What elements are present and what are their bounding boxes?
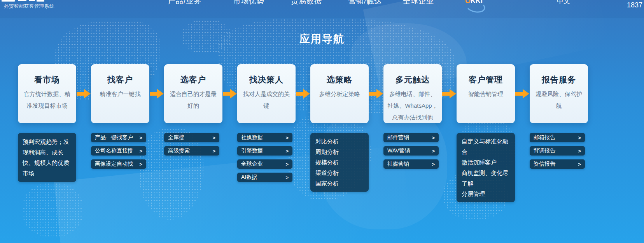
auto-find-by-profile-button[interactable]: 画像设定自动找> xyxy=(91,159,146,169)
market-insight-note: 预判宏观趋势；发现利润高、成长快、规模大的优质市场 xyxy=(18,133,76,182)
chevron-right-icon: > xyxy=(139,135,142,141)
flow-arrow-icon xyxy=(515,89,529,98)
step-desc: 精准客户一键找 xyxy=(91,88,149,100)
list-item: 激活沉睡客户 xyxy=(462,157,510,168)
logo-wordmark-clipped xyxy=(29,0,35,1)
chevron-right-icon: > xyxy=(578,135,581,141)
button-label: 全库搜 xyxy=(168,134,184,141)
button-label: 资信报告 xyxy=(534,161,555,168)
chevron-right-icon: > xyxy=(212,135,215,141)
step-find-decision-maker: 找决策人 找对人是成交的关键 社媒数据> 引擎数据> 全球企业> AI数据> xyxy=(237,64,296,202)
analysis-types-list: 对比分析 周期分析 规模分析 渠道分析 国家分析 xyxy=(310,133,369,192)
step-card: 报告服务 规避风险、保驾护航 xyxy=(530,64,588,123)
step-card: 看市场 官方统计数据、精准发现目标市场 xyxy=(18,64,76,123)
chevron-right-icon: > xyxy=(139,161,142,167)
application-flow: 看市场 官方统计数据、精准发现目标市场 预判宏观趋势；发现利润高、成长快、规模大… xyxy=(18,64,588,202)
global-companies-button[interactable]: 全球企业> xyxy=(237,159,292,169)
step-select-customers: 选客户 适合自己的才是最好的 全库搜> 高级搜索> xyxy=(164,64,222,202)
step-card: 找客户 精准客户一键找 xyxy=(91,64,149,123)
chevron-right-icon: > xyxy=(578,148,581,154)
step-title: 找客户 xyxy=(91,64,149,85)
step-report-service: 报告服务 规避风险、保驾护航 邮箱报告> 背调报告> 资信报告> xyxy=(530,64,588,202)
step-card: 多元触达 多维电话、邮件、社媒、WhatsApp，总有办法找到他 xyxy=(383,64,442,123)
list-item: 周期分析 xyxy=(315,147,364,157)
button-label: 引擎数据 xyxy=(241,147,263,154)
step-customer-management: 客户管理 智能营销管理 自定义与标准化融合 激活沉睡客户 商机监测、变化尽了解 … xyxy=(457,64,515,202)
find-by-product-button[interactable]: 产品一键找客户> xyxy=(91,133,146,142)
step-desc: 官方统计数据、精准发现目标市场 xyxy=(18,88,76,112)
button-label: 社媒营销 xyxy=(387,161,409,168)
credit-report-button[interactable]: 资信报告> xyxy=(530,159,585,169)
list-item: 规模分析 xyxy=(315,157,364,168)
nav-item-trade-data[interactable]: 贸易数据 xyxy=(291,0,322,6)
step-card: 找决策人 找对人是成交的关键 xyxy=(237,64,296,123)
advanced-search-button[interactable]: 高级搜索> xyxy=(164,146,219,156)
top-navigation-bar: 外贸智能获客管理系统 产品/业务 市场优势 贸易数据 营销/触达 全球企业 OK… xyxy=(0,0,644,18)
ai-data-button[interactable]: AI数据> xyxy=(237,173,292,182)
button-label: 背调报告 xyxy=(534,147,555,154)
button-label: AI数据 xyxy=(241,174,257,181)
chevron-right-icon: > xyxy=(432,135,435,141)
button-label: 公司名称直接搜 xyxy=(95,147,133,154)
page: 外贸智能获客管理系统 产品/业务 市场优势 贸易数据 营销/触达 全球企业 OK… xyxy=(0,0,644,243)
list-item: 对比分析 xyxy=(315,136,364,147)
step-desc: 规避风险、保驾护航 xyxy=(530,88,588,112)
flow-arrow-icon xyxy=(77,89,91,98)
step-see-market: 看市场 官方统计数据、精准发现目标市场 预判宏观趋势；发现利润高、成长快、规模大… xyxy=(18,64,76,202)
social-media-marketing-button[interactable]: 社媒营销> xyxy=(383,159,439,169)
step-desc: 多维分析定策略 xyxy=(310,88,369,100)
flow-arrow-icon xyxy=(150,89,164,98)
nav-item-marketing[interactable]: 营销/触达 xyxy=(348,0,382,6)
search-by-company-name-button[interactable]: 公司名称直接搜> xyxy=(91,146,146,156)
button-label: 画像设定自动找 xyxy=(95,161,133,168)
brand-tagline: 外贸智能获客管理系统 xyxy=(4,3,54,10)
logo-wordmark-clipped xyxy=(37,0,44,2)
full-database-search-button[interactable]: 全库搜> xyxy=(164,133,219,142)
chevron-right-icon: > xyxy=(578,161,581,167)
mailbox-report-button[interactable]: 邮箱报告> xyxy=(530,133,585,142)
button-label: 邮箱报告 xyxy=(534,134,555,141)
crm-features-list: 自定义与标准化融合 激活沉睡客户 商机监测、变化尽了解 分层管理 xyxy=(457,133,515,202)
chevron-right-icon: > xyxy=(285,175,289,180)
button-label: 高级搜索 xyxy=(168,147,190,154)
chevron-right-icon: > xyxy=(432,148,435,154)
list-item: 分层管理 xyxy=(462,189,510,199)
button-label: 邮件营销 xyxy=(387,134,409,141)
chevron-right-icon: > xyxy=(139,148,142,154)
email-marketing-button[interactable]: 邮件营销> xyxy=(383,133,439,142)
step-title: 找决策人 xyxy=(237,64,296,85)
nav-item-global-companies[interactable]: 全球企业 xyxy=(403,0,434,6)
flow-arrow-icon xyxy=(296,89,310,98)
step-title: 选客户 xyxy=(164,64,222,85)
step-choose-strategy: 选策略 多维分析定策略 对比分析 周期分析 规模分析 渠道分析 国家分析 xyxy=(310,64,369,202)
button-label: 产品一键找客户 xyxy=(95,134,133,141)
step-title: 看市场 xyxy=(18,64,76,85)
step-title: 选策略 xyxy=(310,64,369,85)
chevron-right-icon: > xyxy=(285,161,289,167)
list-item: 自定义与标准化融合 xyxy=(462,136,510,157)
step-title: 客户管理 xyxy=(457,64,515,85)
search-engine-data-button[interactable]: 引擎数据> xyxy=(237,146,292,156)
page-title: 应用导航 xyxy=(0,32,644,46)
nav-item-advantage[interactable]: 市场优势 xyxy=(233,0,264,6)
flow-arrow-icon xyxy=(369,89,383,98)
step-card: 选客户 适合自己的才是最好的 xyxy=(164,64,222,123)
phone-number: 1837 xyxy=(627,1,642,9)
step-multi-channel-reach: 多元触达 多维电话、邮件、社媒、WhatsApp，总有办法找到他 邮件营销> W… xyxy=(383,64,442,202)
social-media-data-button[interactable]: 社媒数据> xyxy=(237,133,292,142)
list-item: 国家分析 xyxy=(315,178,364,189)
chevron-right-icon: > xyxy=(285,135,289,141)
logo-wordmark-clipped xyxy=(18,0,26,1)
step-desc: 智能营销管理 xyxy=(457,88,515,100)
step-title: 报告服务 xyxy=(530,64,588,85)
wav-marketing-button[interactable]: WAV营销> xyxy=(383,146,439,156)
flow-arrow-icon xyxy=(223,89,237,98)
step-desc: 找对人是成交的关键 xyxy=(237,88,296,112)
step-desc: 多维电话、邮件、社媒、WhatsApp，总有办法找到他 xyxy=(383,88,442,123)
background-check-report-button[interactable]: 背调报告> xyxy=(530,146,585,156)
list-item: 商机监测、变化尽了解 xyxy=(462,168,510,189)
step-find-customers: 找客户 精准客户一键找 产品一键找客户> 公司名称直接搜> 画像设定自动找> xyxy=(91,64,149,202)
language-switcher[interactable]: 中文 xyxy=(557,0,570,5)
nav-item-products[interactable]: 产品/业务 xyxy=(168,0,201,6)
button-label: 社媒数据 xyxy=(241,134,263,141)
